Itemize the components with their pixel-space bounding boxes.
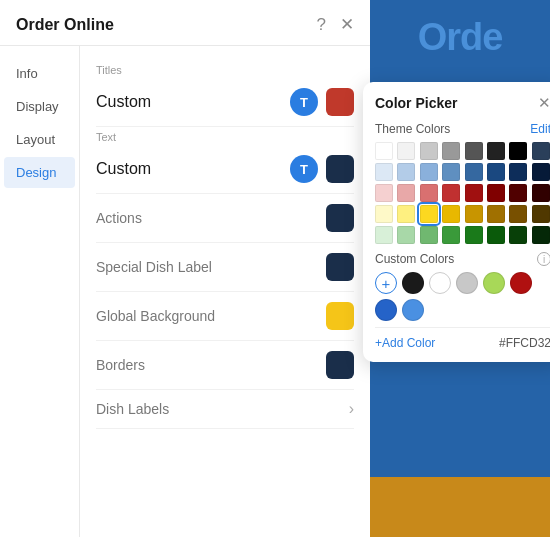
text-row: Custom T [96,149,354,194]
theme-color-swatch[interactable] [375,142,393,160]
text-value: Custom [96,160,290,178]
actions-color-swatch[interactable] [326,204,354,232]
titles-label-group: Custom [96,93,290,111]
theme-color-swatch[interactable] [375,205,393,223]
titles-type-icon[interactable]: T [290,88,318,116]
theme-color-swatch[interactable] [532,163,550,181]
theme-color-swatch[interactable] [532,142,550,160]
theme-color-swatch[interactable] [375,184,393,202]
theme-color-swatch[interactable] [442,142,460,160]
theme-color-swatch[interactable] [397,184,415,202]
color-picker-header: Color Picker ✕ [375,94,550,112]
theme-color-swatch[interactable] [465,184,483,202]
theme-color-swatch[interactable] [420,205,438,223]
header-icons: ? ✕ [317,14,354,35]
theme-color-swatch[interactable] [465,226,483,244]
theme-color-swatch[interactable] [375,226,393,244]
theme-color-swatch[interactable] [509,226,527,244]
sidebar-item-design[interactable]: Design [4,157,75,188]
custom-color-swatch-blue[interactable] [375,299,397,321]
theme-color-swatch[interactable] [487,163,505,181]
text-label-group: Custom [96,160,290,178]
theme-color-swatch[interactable] [487,184,505,202]
custom-colors-section: Custom Colors i + [375,252,550,321]
theme-color-swatch[interactable] [442,226,460,244]
theme-color-swatch[interactable] [465,205,483,223]
theme-color-swatch[interactable] [420,163,438,181]
theme-color-swatch[interactable] [397,142,415,160]
theme-colors-header: Theme Colors Edit [375,122,550,136]
add-color-link[interactable]: +Add Color [375,336,499,350]
text-type-icon[interactable]: T [290,155,318,183]
theme-color-swatch[interactable] [487,142,505,160]
theme-color-swatch[interactable] [509,205,527,223]
preview-text: Orde [418,16,503,59]
theme-color-swatch[interactable] [465,142,483,160]
text-controls: T [290,155,354,183]
sidebar-item-display[interactable]: Display [4,91,75,122]
theme-color-swatch[interactable] [487,226,505,244]
color-picker-panel: Color Picker ✕ Theme Colors Edit Custom … [363,82,550,362]
theme-color-swatch[interactable] [397,226,415,244]
theme-color-swatch[interactable] [420,184,438,202]
design-content: Titles Custom T Text Custom T [80,46,370,537]
titles-row: Custom T [96,82,354,127]
sidebar-item-layout[interactable]: Layout [4,124,75,155]
special-dish-row: Special Dish Label [96,243,354,292]
special-dish-controls [326,253,354,281]
text-section-label: Text [96,131,354,143]
borders-color-swatch[interactable] [326,351,354,379]
borders-controls [326,351,354,379]
color-picker-close-icon[interactable]: ✕ [538,94,550,112]
theme-color-swatch[interactable] [397,205,415,223]
custom-colors-header: Custom Colors i [375,252,550,266]
custom-color-swatch-black[interactable] [402,272,424,294]
global-bg-row: Global Background [96,292,354,341]
theme-colors-edit-link[interactable]: Edit [530,122,550,136]
theme-color-swatch[interactable] [465,163,483,181]
custom-color-swatch-light-blue[interactable] [402,299,424,321]
custom-colors-info-icon[interactable]: i [537,252,550,266]
titles-color-swatch[interactable] [326,88,354,116]
global-bg-controls [326,302,354,330]
text-color-swatch[interactable] [326,155,354,183]
actions-row: Actions [96,194,354,243]
theme-color-swatch[interactable] [509,184,527,202]
header: Order Online ? ✕ [0,0,370,46]
theme-color-swatch[interactable] [375,163,393,181]
hex-value-display: #FFCD32 [499,336,550,350]
custom-color-swatch-light-gray[interactable] [456,272,478,294]
dish-labels-chevron-icon[interactable]: › [349,400,354,418]
borders-row: Borders [96,341,354,390]
theme-color-swatch[interactable] [532,226,550,244]
actions-controls [326,204,354,232]
theme-color-swatch[interactable] [532,205,550,223]
body-area: Info Display Layout Design Titles Custom… [0,46,370,537]
theme-color-swatch[interactable] [420,142,438,160]
theme-color-swatch[interactable] [509,163,527,181]
theme-color-swatch[interactable] [509,142,527,160]
titles-value: Custom [96,93,290,111]
dish-labels-controls: › [349,400,354,418]
custom-color-swatch-light-green[interactable] [483,272,505,294]
theme-color-swatch[interactable] [420,226,438,244]
app-title: Order Online [16,16,317,34]
custom-color-swatch-dark-red[interactable] [510,272,532,294]
custom-color-swatch-white[interactable] [429,272,451,294]
sidebar-item-info[interactable]: Info [4,58,75,89]
special-dish-color-swatch[interactable] [326,253,354,281]
custom-colors-row: + [375,272,550,321]
theme-color-swatch[interactable] [442,184,460,202]
add-color-circle-button[interactable]: + [375,272,397,294]
main-panel: Order Online ? ✕ Info Display Layout Des… [0,0,370,537]
theme-color-swatch[interactable] [442,205,460,223]
close-icon[interactable]: ✕ [340,14,354,35]
help-icon[interactable]: ? [317,15,326,35]
dish-labels-row: Dish Labels › [96,390,354,429]
theme-color-swatch[interactable] [487,205,505,223]
theme-color-swatch[interactable] [442,163,460,181]
theme-color-swatch[interactable] [397,163,415,181]
theme-color-swatch[interactable] [532,184,550,202]
global-bg-color-swatch[interactable] [326,302,354,330]
titles-section-label: Titles [96,64,354,76]
